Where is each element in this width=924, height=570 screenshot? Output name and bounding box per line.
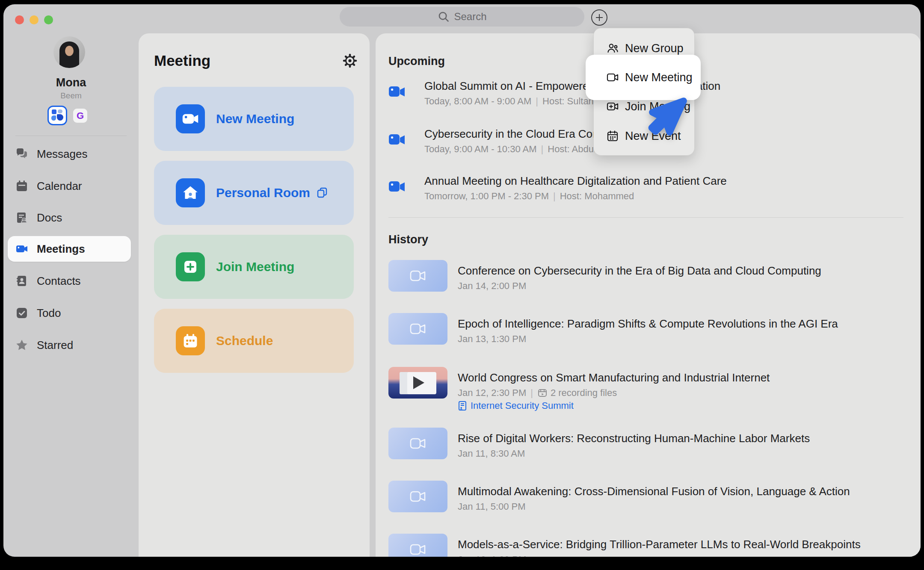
sidebar-item-label: Docs	[37, 211, 62, 224]
search-placeholder: Search	[454, 11, 486, 23]
history-time: Jan 13, 1:30 PM	[458, 334, 526, 345]
beem-logo-icon	[57, 114, 63, 121]
google-workspace-badge[interactable]: G	[73, 109, 87, 123]
g-letter: G	[77, 110, 84, 121]
history-meta: Jan 12, 2:30 PM | 2 recording files	[458, 387, 617, 399]
menu-item-new-group[interactable]: New Group	[594, 38, 694, 59]
add-button[interactable]	[591, 9, 607, 26]
workspace-name: Beem	[3, 91, 139, 100]
video-camera-icon	[176, 104, 205, 133]
history-title: World Congress on Smart Manufacturing an…	[458, 371, 770, 384]
panel-title: Meeting	[154, 52, 210, 69]
beem-logo-icon	[58, 109, 62, 113]
button-label: Schedule	[216, 334, 273, 348]
menu-item-label: New Group	[625, 42, 684, 55]
copy-icon[interactable]	[316, 187, 328, 199]
history-time: Jan 10, 1:00 PM	[458, 554, 526, 557]
meeting-thumbnail	[388, 260, 447, 292]
play-icon	[413, 376, 424, 389]
separator: |	[526, 387, 537, 399]
recording-thumbnail[interactable]	[388, 367, 447, 399]
avatar[interactable]	[53, 36, 85, 68]
menu-item-new-meeting[interactable]: New Meeting	[594, 67, 694, 88]
menu-item-label: Join Meeting	[625, 100, 690, 113]
star-icon	[15, 339, 28, 351]
sidebar-item-label: Meetings	[37, 242, 85, 256]
meeting-thumbnail	[388, 534, 447, 557]
sidebar-item-docs[interactable]: Docs	[8, 205, 131, 230]
separator: |	[531, 96, 542, 106]
separator: |	[549, 191, 560, 201]
history-time: Jan 14, 2:00 PM	[458, 281, 526, 292]
search-input[interactable]: Search	[340, 7, 584, 27]
event-meta: Today, 9:00 AM - 10:30 AM|Host: Abdullah	[424, 144, 608, 155]
user-name: Mona	[3, 76, 139, 89]
menu-item-label: New Meeting	[625, 71, 693, 84]
video-camera-icon	[388, 85, 406, 99]
event-time: Today, 9:00 AM - 10:30 AM	[424, 144, 537, 154]
beem-workspace-badge[interactable]	[47, 106, 67, 125]
sidebar-item-messages[interactable]: Messages	[8, 141, 131, 167]
video-camera-icon	[409, 543, 426, 556]
new-group-icon	[606, 42, 619, 55]
menu-item-label: New Event	[625, 130, 681, 143]
recordings-count: 2 recording files	[551, 387, 617, 399]
history-row[interactable]: Epoch of Intelligence: Paradigm Shifts &…	[388, 313, 903, 364]
history-title: Conference on Cybersecurity in the Era o…	[458, 264, 821, 278]
event-time: Today, 8:00 AM - 9:00 AM	[424, 96, 531, 106]
video-camera-icon	[409, 490, 426, 503]
history-time: Jan 11, 8:30 AM	[458, 448, 525, 459]
event-meta: Today, 8:00 AM - 9:00 AM|Host: Sultan	[424, 96, 594, 107]
contacts-icon	[15, 275, 28, 287]
sidebar-item-contacts[interactable]: Contacts	[8, 268, 131, 294]
meeting-notes-link[interactable]: Internet Security Summit	[458, 400, 574, 411]
app-window: Search Mona Beem G Messages Calend	[3, 4, 921, 557]
sidebar-item-label: Todo	[37, 307, 61, 320]
sidebar-item-label: Contacts	[37, 275, 81, 288]
menu-item-new-event[interactable]: New Event	[594, 125, 694, 147]
video-camera-icon	[388, 180, 406, 194]
messages-icon	[15, 148, 28, 160]
event-host: Host: Sultan	[542, 96, 594, 106]
sidebar: Mona Beem G Messages Calendar Docs	[3, 4, 139, 557]
calendar-icon	[15, 180, 28, 192]
history-row[interactable]: Multimodal Awakening: Cross-Dimensional …	[388, 481, 903, 532]
add-dropdown-menu: New Group New Meeting Join Meeting New E…	[593, 28, 695, 156]
personal-room-button[interactable]: Personal Room	[154, 161, 354, 225]
sidebar-item-meetings[interactable]: Meetings	[8, 236, 131, 262]
schedule-calendar-icon	[176, 326, 205, 355]
meeting-thumbnail	[388, 313, 447, 345]
video-camera-icon	[409, 322, 426, 335]
history-row[interactable]: Rise of Digital Workers: Reconstructing …	[388, 428, 903, 479]
menu-item-join-meeting[interactable]: Join Meeting	[594, 96, 694, 117]
history-title: Epoch of Intelligence: Paradigm Shifts &…	[458, 317, 838, 331]
history-row[interactable]: Conference on Cybersecurity in the Era o…	[388, 260, 903, 311]
sidebar-item-todo[interactable]: Todo	[8, 300, 131, 326]
event-time: Tomorrow, 1:00 PM - 2:30 PM	[424, 191, 549, 201]
video-camera-icon	[409, 269, 426, 282]
video-camera-icon	[409, 437, 426, 450]
button-label: New Meeting	[216, 112, 294, 126]
sidebar-item-label: Messages	[37, 148, 88, 161]
schedule-button[interactable]: Schedule	[154, 309, 354, 373]
sidebar-item-calendar[interactable]: Calendar	[8, 173, 131, 199]
settings-gear-icon[interactable]	[342, 53, 358, 68]
meeting-panel: Meeting New Meeting Personal Room Join M…	[139, 33, 370, 557]
history-time: Jan 12, 2:30 PM	[458, 387, 526, 399]
new-event-icon	[606, 130, 619, 142]
history-time: Jan 11, 5:00 PM	[458, 501, 526, 512]
desktop-background: Search Mona Beem G Messages Calend	[0, 0, 924, 570]
video-camera-icon	[15, 242, 28, 255]
sidebar-item-label: Starred	[37, 339, 73, 352]
avatar-face	[65, 46, 74, 56]
history-row[interactable]: Models-as-a-Service: Bridging Trillion-P…	[388, 534, 903, 557]
history-title: Multimodal Awakening: Cross-Dimensional …	[458, 485, 850, 498]
event-title: Annual Meeting on Healthcare Digitalizat…	[424, 174, 727, 188]
history-header: History	[388, 233, 428, 246]
join-meeting-button[interactable]: Join Meeting	[154, 235, 354, 299]
upcoming-header: Upcoming	[388, 55, 445, 68]
sidebar-item-starred[interactable]: Starred	[8, 332, 131, 358]
join-plus-icon	[176, 252, 205, 281]
history-row[interactable]: World Congress on Smart Manufacturing an…	[388, 367, 903, 427]
new-meeting-button[interactable]: New Meeting	[154, 87, 354, 151]
